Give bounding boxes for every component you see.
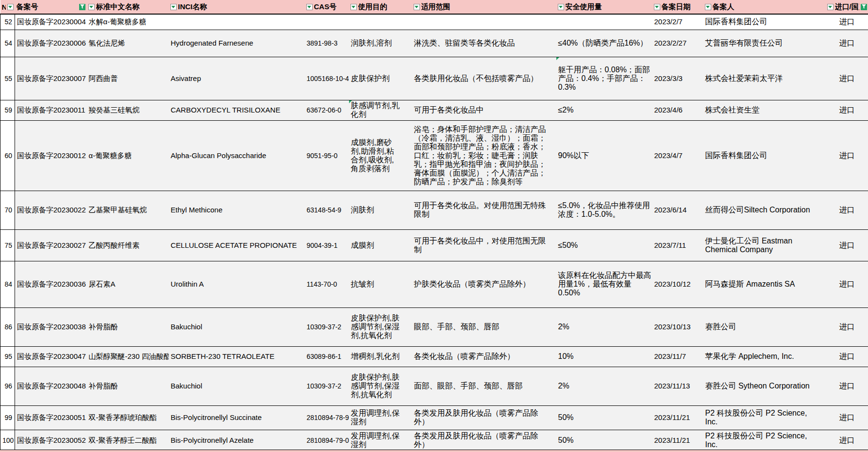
- cell-registrant[interactable]: 阿马森提斯 Amazentis SA: [703, 261, 826, 307]
- cell-cas-no[interactable]: 3891-98-3: [305, 30, 349, 57]
- cell-filing-date[interactable]: 2023/11/21: [652, 405, 703, 430]
- filter-dropdown-icon[interactable]: [705, 4, 711, 10]
- cell-cas-no[interactable]: 63148-54-9: [305, 191, 349, 229]
- cell-safe-usage[interactable]: ≤50%: [556, 229, 652, 261]
- filter-dropdown-icon[interactable]: [558, 4, 564, 10]
- cell-safe-usage[interactable]: 该原料在化妆品配方中最高用量1%，最低有效量0.50%: [556, 261, 652, 307]
- cell-inci-name[interactable]: Alpha-Glucan Polysaccharide: [169, 120, 305, 191]
- cell-purpose[interactable]: 皮肤保护剂,肤感调节剂,保湿剂,抗氧化剂: [349, 307, 412, 346]
- cell-scope[interactable]: 各类发用及肤用化妆品（喷雾产品除外）: [412, 405, 556, 430]
- filter-dropdown-icon[interactable]: [7, 4, 14, 10]
- cell-inci-name[interactable]: Bis-Polycitronellyl Azelate: [169, 430, 305, 451]
- column-header-no[interactable]: NO: [0, 0, 15, 14]
- cell-registrant[interactable]: 赛胜公司 Sytheon Corporation: [703, 367, 826, 405]
- column-header-purpose[interactable]: 使用目的: [349, 0, 412, 14]
- cell-cn-name[interactable]: 羧癸基三硅氧烷: [87, 100, 169, 120]
- cell-no[interactable]: 52: [0, 14, 15, 30]
- cell-safe-usage[interactable]: ≤5.0%，化妆品中推荐使用浓度：1.0-5.0%。: [556, 191, 652, 229]
- cell-filing-date[interactable]: 2023/2/27: [652, 30, 703, 57]
- cell-cn-name[interactable]: 乙酸丙酸纤维素: [87, 229, 169, 261]
- cell-origin[interactable]: 进口: [826, 346, 868, 367]
- cell-scope[interactable]: 淋洗类、驻留类等各类化妆品: [412, 30, 556, 57]
- filter-dropdown-icon[interactable]: [88, 4, 95, 10]
- cell-purpose[interactable]: 成膜剂: [349, 229, 412, 261]
- column-header-safe-usage[interactable]: 安全使用量: [556, 0, 652, 14]
- cell-cn-name[interactable]: 氢化法尼烯: [87, 30, 169, 57]
- cell-inci-name[interactable]: Bis-Polycitronellyl Succinate: [169, 405, 305, 430]
- cell-cas-no[interactable]: 63672-06-0: [305, 100, 349, 120]
- cell-registrant[interactable]: P2 科技股份公司 P2 Science, Inc.: [703, 430, 826, 451]
- cell-safe-usage[interactable]: 躯干用产品：0.08%；面部产品：0.4%；手部产品：0.3%: [556, 57, 652, 100]
- cell-scope[interactable]: 各类肤用化妆品（不包括喷雾产品）: [412, 57, 556, 100]
- cell-no[interactable]: 55: [0, 57, 15, 100]
- cell-no[interactable]: 60: [0, 120, 15, 191]
- cell-registrant[interactable]: 国际香料集团公司: [703, 120, 826, 191]
- cell-registrant[interactable]: 国际香料集团公司: [703, 14, 826, 30]
- cell-purpose[interactable]: 皮肤保护剂,肤感调节剂,保湿剂,抗氧化剂: [349, 367, 412, 405]
- cell-origin[interactable]: 进口: [826, 100, 868, 120]
- cell-cn-name[interactable]: α-葡聚糖多糖: [87, 120, 169, 191]
- cell-filing-date[interactable]: 2023/3/3: [652, 57, 703, 100]
- cell-cas-no[interactable]: 1005168-10-4: [305, 57, 349, 100]
- filter-dropdown-icon[interactable]: [170, 4, 177, 10]
- cell-scope[interactable]: 护肤类化妆品（喷雾类产品除外）: [412, 261, 556, 307]
- cell-reg-no[interactable]: 国妆原备字20230038: [15, 307, 87, 346]
- cell-filing-date[interactable]: 2023/7/11: [652, 229, 703, 261]
- filter-active-icon[interactable]: [79, 4, 85, 10]
- column-header-cn-name[interactable]: 标准中文名称: [87, 0, 169, 14]
- cell-reg-no[interactable]: 国妆原备字20230006: [15, 30, 87, 57]
- cell-cn-name[interactable]: 双-聚香茅醇壬二酸酯: [87, 430, 169, 451]
- column-header-filing-date[interactable]: 备案日期: [652, 0, 703, 14]
- cell-reg-no[interactable]: 国妆原备字20230047: [15, 346, 87, 367]
- cell-filing-date[interactable]: 2023/4/6: [652, 100, 703, 120]
- cell-scope[interactable]: [412, 14, 556, 30]
- cell-safe-usage[interactable]: 90%以下: [556, 120, 652, 191]
- cell-cn-name[interactable]: 补骨脂酚: [87, 367, 169, 405]
- cell-registrant[interactable]: 赛胜公司: [703, 307, 826, 346]
- cell-inci-name[interactable]: SORBETH-230 TETRAOLEATE: [169, 346, 305, 367]
- cell-reg-no[interactable]: 国妆原备字20230051: [15, 405, 87, 430]
- cell-reg-no[interactable]: 国妆原备字20230027: [15, 229, 87, 261]
- cell-no[interactable]: 84: [0, 261, 15, 307]
- filter-dropdown-icon[interactable]: [306, 4, 313, 10]
- filter-active-icon[interactable]: [861, 4, 867, 10]
- cell-no[interactable]: 100: [0, 430, 15, 451]
- cell-filing-date[interactable]: 2023/10/13: [652, 307, 703, 346]
- column-header-reg-no[interactable]: 备案号: [15, 0, 87, 14]
- cell-inci-name[interactable]: Bakuchiol: [169, 367, 305, 405]
- cell-cas-no[interactable]: 63089-86-1: [305, 346, 349, 367]
- cell-no[interactable]: 54: [0, 30, 15, 57]
- cell-origin[interactable]: 进口: [826, 120, 868, 191]
- cell-cn-name[interactable]: 水解α-葡聚糖多糖: [87, 14, 169, 30]
- cell-no[interactable]: 99: [0, 405, 15, 430]
- cell-cas-no[interactable]: [305, 14, 349, 30]
- cell-scope[interactable]: 可用于各类化妆品。对使用范围无特殊限制: [412, 191, 556, 229]
- column-header-inci-name[interactable]: INCI名称: [169, 0, 305, 14]
- cell-inci-name[interactable]: Asivatrep: [169, 57, 305, 100]
- cell-cn-name[interactable]: 双-聚香茅醇琥珀酸酯: [87, 405, 169, 430]
- cell-origin[interactable]: 进口: [826, 57, 868, 100]
- cell-purpose[interactable]: [349, 14, 412, 30]
- cell-origin[interactable]: 进口: [826, 229, 868, 261]
- cell-filing-date[interactable]: 2023/2/7: [652, 14, 703, 30]
- cell-safe-usage[interactable]: ≤2%: [556, 100, 652, 120]
- cell-cas-no[interactable]: 9004-39-1: [305, 229, 349, 261]
- cell-no[interactable]: 75: [0, 229, 15, 261]
- cell-inci-name[interactable]: Hydrogenated Farnesene: [169, 30, 305, 57]
- cell-safe-usage[interactable]: 2%: [556, 367, 652, 405]
- cell-filing-date[interactable]: 2023/10/12: [652, 261, 703, 307]
- cell-safe-usage[interactable]: 2%: [556, 307, 652, 346]
- cell-origin[interactable]: 进口: [826, 261, 868, 307]
- cell-purpose[interactable]: 皮肤保护剂: [349, 57, 412, 100]
- cell-origin[interactable]: 进口: [826, 430, 868, 451]
- cell-purpose[interactable]: 增稠剂,乳化剂: [349, 346, 412, 367]
- cell-purpose[interactable]: 抗皱剂: [349, 261, 412, 307]
- cell-safe-usage[interactable]: 50%: [556, 430, 652, 451]
- cell-no[interactable]: 96: [0, 367, 15, 405]
- cell-origin[interactable]: 进口: [826, 307, 868, 346]
- cell-registrant[interactable]: 伊士曼化工公司 Eastman Chemical Company: [703, 229, 826, 261]
- cell-cn-name[interactable]: 补骨脂酚: [87, 307, 169, 346]
- cell-safe-usage[interactable]: 50%: [556, 405, 652, 430]
- cell-filing-date[interactable]: 2023/6/14: [652, 191, 703, 229]
- cell-cas-no[interactable]: 2810894-78-9: [305, 405, 349, 430]
